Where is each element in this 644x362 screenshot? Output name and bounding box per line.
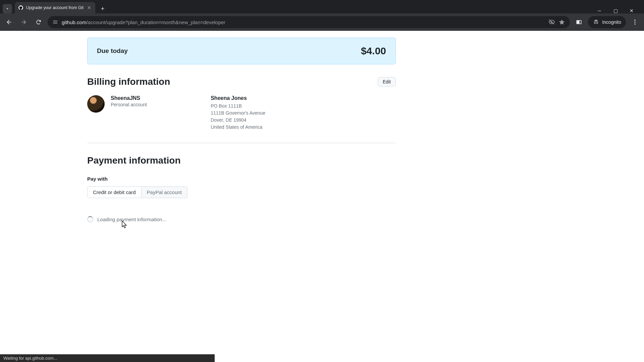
account-type: Personal account — [111, 102, 147, 107]
window-controls: ─ ▢ ✕ — [594, 8, 641, 13]
tab-close-icon[interactable]: ✕ — [87, 4, 92, 11]
forward-button[interactable] — [18, 16, 30, 28]
window-minimize-button[interactable]: ─ — [594, 8, 604, 13]
address-line-1: PO Box 1111B — [211, 103, 265, 110]
due-today-box: Due today $4.00 — [87, 38, 396, 64]
status-text: Waiting for api.github.com... — [3, 356, 57, 361]
browser-status-bar: Waiting for api.github.com... — [0, 354, 215, 362]
avatar — [87, 95, 105, 113]
window-maximize-button[interactable]: ▢ — [610, 8, 621, 13]
pay-paypal-button[interactable]: PayPal account — [142, 186, 187, 198]
account-block: SheenaJNS Personal account — [87, 95, 147, 131]
reload-button[interactable] — [33, 16, 44, 28]
section-divider — [87, 143, 396, 143]
incognito-label: Incognito — [602, 19, 621, 25]
billing-info: SheenaJNS Personal account Sheena Jones … — [87, 95, 396, 131]
window-close-button[interactable]: ✕ — [627, 8, 637, 13]
spinner-icon — [87, 216, 93, 222]
eye-off-icon[interactable] — [548, 19, 555, 25]
svg-point-1 — [53, 22, 54, 22]
site-info-icon[interactable] — [52, 19, 58, 25]
browser-menu-icon[interactable] — [629, 16, 641, 28]
billing-section-header: Billing information Edit — [87, 76, 396, 87]
bookmark-star-icon[interactable] — [558, 19, 565, 25]
pay-with-label: Pay with — [87, 176, 396, 182]
tab-bar: Upgrade your account from Git ✕ + ─ ▢ ✕ — [0, 0, 644, 13]
loading-payment-row: Loading payment information... — [87, 216, 396, 222]
due-today-amount: $4.00 — [361, 45, 386, 57]
svg-point-0 — [53, 21, 54, 21]
billing-address: Sheena Jones PO Box 1111B 1111B Governor… — [211, 95, 265, 131]
url-text: github.com/account/upgrade?plan_duration… — [62, 19, 545, 25]
address-bar[interactable]: github.com/account/upgrade?plan_duration… — [48, 16, 570, 28]
address-line-2: 1111B Governor's Avenue — [211, 110, 265, 117]
page-content: Due today $4.00 Billing information Edit… — [87, 31, 396, 222]
payment-method-segmented: Credit or debit card PayPal account — [87, 186, 187, 198]
tab-title: Upgrade your account from Git — [26, 5, 84, 10]
svg-point-2 — [53, 23, 54, 24]
svg-point-4 — [634, 21, 635, 22]
incognito-indicator[interactable]: Incognito — [588, 16, 626, 28]
tab-search-button[interactable] — [3, 4, 12, 13]
browser-toolbar: github.com/account/upgrade?plan_duration… — [0, 13, 644, 31]
due-today-label: Due today — [97, 47, 128, 55]
payment-heading: Payment information — [87, 155, 396, 166]
edit-button[interactable]: Edit — [378, 77, 396, 86]
address-line-3: Dover, DE 19904 — [211, 117, 265, 124]
browser-tab[interactable]: Upgrade your account from Git ✕ — [15, 2, 95, 13]
billing-name: Sheena Jones — [211, 95, 265, 101]
github-favicon — [18, 5, 23, 10]
browser-chrome: Upgrade your account from Git ✕ + ─ ▢ ✕ … — [0, 0, 644, 31]
side-panel-icon[interactable] — [573, 16, 585, 28]
pay-card-button[interactable]: Credit or debit card — [87, 186, 142, 198]
account-username: SheenaJNS — [111, 95, 147, 101]
svg-point-3 — [634, 20, 635, 21]
billing-heading: Billing information — [87, 76, 170, 87]
svg-point-5 — [634, 23, 635, 24]
loading-text: Loading payment information... — [97, 217, 166, 222]
back-button[interactable] — [3, 16, 15, 28]
address-country: United States of America — [211, 124, 265, 131]
new-tab-button[interactable]: + — [98, 4, 107, 13]
page-viewport[interactable]: Due today $4.00 Billing information Edit… — [0, 31, 644, 362]
